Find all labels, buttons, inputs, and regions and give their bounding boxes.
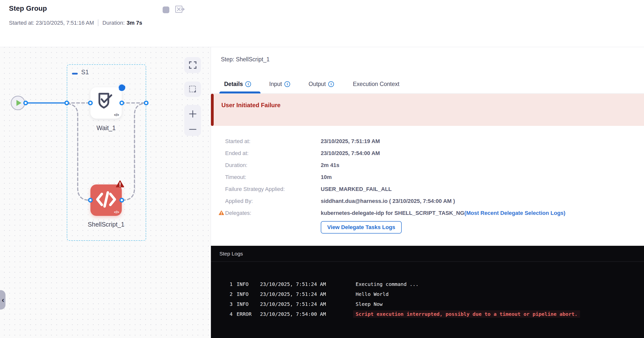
step-logs-title: Step Logs <box>211 246 644 262</box>
shield-check-icon <box>97 92 114 111</box>
log-line: 3 INFO 23/10/2025, 7:51:24 AM Sleep Now <box>227 299 644 309</box>
delegate-selection-logs-link[interactable]: (Most Recent Delegate Selection Logs) <box>464 210 566 216</box>
active-tab-indicator <box>220 92 260 94</box>
info-icon[interactable]: i <box>284 81 290 87</box>
warning-icon <box>219 210 224 216</box>
log-line: 1 INFO 23/10/2025, 7:51:24 AM Executing … <box>227 279 644 289</box>
detail-row: Timeout: 10m <box>225 171 565 183</box>
step-details-panel: Step: ShellScript_1 Details i Input i Ou… <box>211 47 644 338</box>
pipeline-canvas[interactable]: S1 </> Wait_1 </> <box>0 47 211 338</box>
stop-icon[interactable] <box>162 7 169 13</box>
connector-dot[interactable] <box>88 101 93 105</box>
node-wait-1[interactable]: </> <box>90 87 122 119</box>
node-shellscript-1-label: ShellScript_1 <box>69 221 144 228</box>
log-line-error: 4 ERROR 23/10/2025, 7:54:00 AM Script ex… <box>227 309 644 319</box>
tab-details[interactable]: Details i <box>224 81 251 88</box>
step-title: Step: ShellScript_1 <box>221 56 270 63</box>
meta-divider <box>98 20 98 26</box>
play-icon <box>16 100 22 106</box>
detail-row: Ended at: 23/10/2025, 7:54:00 AM <box>225 147 565 159</box>
selection-icon <box>189 85 197 93</box>
step-detail-rows: Started at: 23/10/2025, 7:51:19 AM Ended… <box>225 135 565 234</box>
failure-banner-text: User Initiated Failure <box>222 102 280 109</box>
failure-banner: User Initiated Failure <box>211 94 644 126</box>
detail-row: Failure Strategy Applied: USER_MARKED_FA… <box>225 183 565 195</box>
execution-meta: Started at: 23/10/2025, 7:51:16 AM Durat… <box>9 20 142 26</box>
zoom-controls <box>184 105 201 136</box>
chevron-left-icon: ‹ <box>2 296 4 304</box>
step-group-s1-label: S1 <box>81 69 89 76</box>
page-title: Step Group <box>9 5 47 13</box>
tab-bar: Details i Input i Output i Execution Con… <box>211 77 644 94</box>
pipeline-start-node[interactable] <box>11 96 25 110</box>
node-shellscript-1[interactable]: </> <box>90 184 122 216</box>
header: Step Group Started at: 23/10/2025, 7:51:… <box>0 0 644 47</box>
connector-dot[interactable] <box>24 101 28 105</box>
connector-dot[interactable] <box>88 198 93 203</box>
started-at-label: Started at: <box>9 20 34 26</box>
tab-execution-context[interactable]: Execution Context <box>353 81 400 88</box>
connector-dot[interactable] <box>64 101 69 105</box>
zoom-out-button[interactable] <box>188 128 197 131</box>
code-glyph-icon: </> <box>114 113 119 117</box>
fit-to-screen-button[interactable] <box>184 57 201 73</box>
detail-row-delegates: Delegates: kubernetes-delegate-idp for S… <box>225 207 565 219</box>
banner-accent-bar <box>211 94 214 126</box>
node-wait-1-label: Wait_1 <box>69 124 144 132</box>
running-status-badge <box>118 84 125 91</box>
step-logs-section: Step Logs 1 INFO 23/10/2025, 7:51:24 AM … <box>211 246 644 338</box>
marquee-select-button[interactable] <box>184 82 201 97</box>
collapse-group-icon[interactable] <box>72 73 78 75</box>
fullscreen-icon <box>189 61 197 69</box>
connector-dot[interactable] <box>120 198 124 203</box>
duration-value: 3m 7s <box>127 20 142 26</box>
code-glyph-icon: </> <box>114 210 119 214</box>
detail-row: Started at: 23/10/2025, 7:51:19 AM <box>225 135 565 147</box>
connector-dot[interactable] <box>144 101 149 105</box>
connector-dot[interactable] <box>120 101 124 105</box>
left-panel-toggle[interactable]: ‹ <box>0 290 6 309</box>
abort-expired-icon[interactable] <box>175 6 185 14</box>
duration-label: Duration: <box>102 20 124 26</box>
step-group-execution-view: Step Group Started at: 23/10/2025, 7:51:… <box>0 0 644 338</box>
detail-row: Duration: 2m 41s <box>225 159 565 171</box>
info-icon[interactable]: i <box>245 81 251 87</box>
tab-input[interactable]: Input i <box>269 81 290 88</box>
detail-row: Applied By: siddhant.dua@harness.io ( 23… <box>225 195 565 207</box>
info-icon[interactable]: i <box>328 81 334 87</box>
log-line: 2 INFO 23/10/2025, 7:51:24 AM Hello Worl… <box>227 289 644 299</box>
view-delegate-tasks-logs-button[interactable]: View Delegate Tasks Logs <box>321 221 402 234</box>
log-console[interactable]: 1 INFO 23/10/2025, 7:51:24 AM Executing … <box>211 262 644 319</box>
code-icon <box>96 191 117 208</box>
failure-warning-badge <box>116 180 124 189</box>
started-at-value: 23/10/2025, 7:51:16 AM <box>36 20 94 26</box>
tab-output[interactable]: Output i <box>308 81 334 88</box>
zoom-in-button[interactable] <box>188 110 197 118</box>
